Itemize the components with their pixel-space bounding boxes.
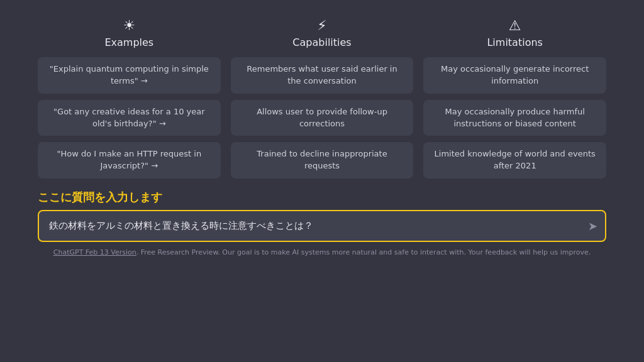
capabilities-card-2: Trained to decline inappropriate request… bbox=[231, 142, 414, 178]
limitations-card-0: May occasionally generate incorrect info… bbox=[423, 57, 606, 94]
main-columns: ☀Examples"Explain quantum computing in s… bbox=[38, 19, 606, 178]
version-link[interactable]: ChatGPT Feb 13 Version bbox=[53, 248, 136, 256]
annotation-label: ここに質問を入力します bbox=[38, 190, 162, 205]
column-examples: ☀Examples"Explain quantum computing in s… bbox=[38, 19, 221, 178]
chat-input[interactable] bbox=[49, 219, 577, 233]
footer: ChatGPT Feb 13 Version. Free Research Pr… bbox=[38, 248, 606, 256]
limitations-icon: ⚠ bbox=[509, 19, 521, 33]
send-icon[interactable]: ➤ bbox=[588, 219, 597, 233]
limitations-card-2: Limited knowledge of world and events af… bbox=[423, 142, 606, 178]
limitations-card-1: May occasionally produce harmful instruc… bbox=[423, 100, 606, 136]
column-capabilities: ⚡CapabilitiesRemembers what user said ea… bbox=[231, 19, 414, 178]
capabilities-icon: ⚡ bbox=[317, 19, 326, 33]
limitations-header: ⚠Limitations bbox=[487, 19, 542, 48]
limitations-title: Limitations bbox=[487, 36, 542, 48]
examples-card-0[interactable]: "Explain quantum computing in simple ter… bbox=[38, 57, 221, 94]
capabilities-title: Capabilities bbox=[292, 36, 351, 48]
column-limitations: ⚠LimitationsMay occasionally generate in… bbox=[423, 19, 606, 178]
capabilities-card-0: Remembers what user said earlier in the … bbox=[231, 57, 414, 94]
examples-icon: ☀ bbox=[123, 19, 135, 33]
examples-title: Examples bbox=[104, 36, 153, 48]
footer-text: . Free Research Preview. Our goal is to … bbox=[136, 248, 591, 256]
examples-card-1[interactable]: "Got any creative ideas for a 10 year ol… bbox=[38, 100, 221, 136]
capabilities-header: ⚡Capabilities bbox=[292, 19, 351, 48]
examples-card-2[interactable]: "How do I make an HTTP request in Javasc… bbox=[38, 142, 221, 178]
capabilities-card-1: Allows user to provide follow-up correct… bbox=[231, 100, 414, 136]
examples-header: ☀Examples bbox=[104, 19, 153, 48]
input-wrapper: ➤ bbox=[38, 210, 606, 242]
